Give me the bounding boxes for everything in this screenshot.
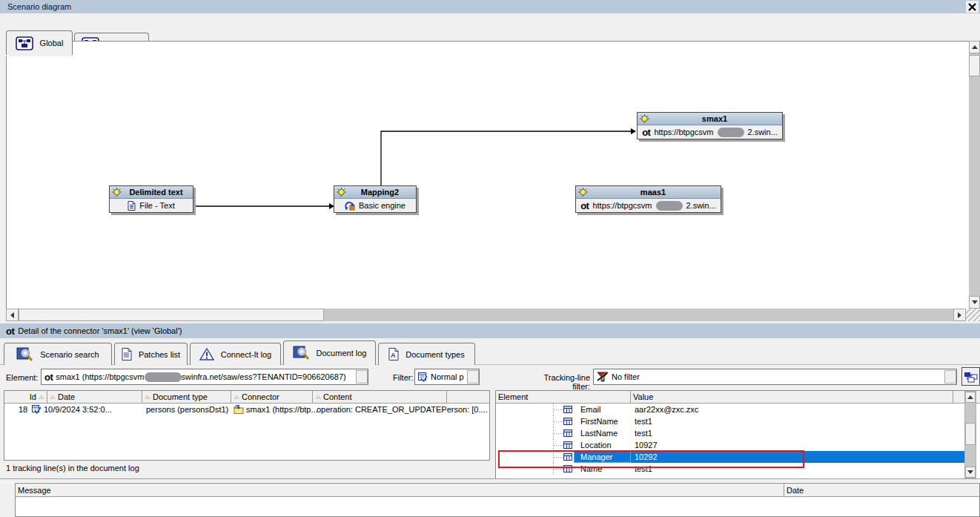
scroll-down-button[interactable] [965, 467, 976, 478]
node-mapping2[interactable]: Mapping2 Basic engine [334, 185, 417, 213]
filter-label: Filter: [393, 373, 414, 382]
scroll-right-button[interactable] [953, 309, 966, 321]
cell-document-type: persons (personsDst1) [146, 405, 228, 414]
column-header-id[interactable]: Id [4, 391, 47, 403]
filter-combobox[interactable]: Normal proces [414, 369, 480, 385]
element-table-scrollbar[interactable] [964, 391, 976, 478]
horizontal-scroll-thumb[interactable] [19, 309, 324, 321]
tab-document-types[interactable]: A Document types [378, 343, 475, 365]
window-titlebar: Scenario diagram [0, 0, 980, 13]
detail-header-bar: ot Detail of the connector 'smax1' (view… [0, 323, 980, 338]
close-icon [968, 3, 976, 11]
node-url-prefix: https://btpgcsvm [592, 201, 652, 210]
tab-label: Document types [405, 350, 464, 359]
close-button[interactable] [966, 1, 979, 13]
filter-value: Normal proces [431, 372, 464, 381]
column-header-value[interactable]: Value [631, 391, 953, 403]
warning-icon [199, 348, 214, 360]
column-header-content[interactable]: Content [313, 391, 447, 403]
field-grid-icon [563, 406, 572, 413]
tracking-filter-value: No filter [612, 372, 640, 381]
tab-global[interactable]: Global [6, 30, 73, 55]
scenario-canvas[interactable]: Delimited text File - Text Mapping2 [6, 41, 969, 309]
element-value-suffix: swinfra.net/saw/ess?TENANTID=906620687) [182, 372, 346, 381]
node-subtitle: File - Text [139, 201, 174, 210]
sort-icon [50, 395, 56, 399]
cell-date: 10/9/2024 3:52:0... [44, 405, 112, 414]
column-header-element[interactable]: Element [496, 391, 631, 403]
node-delimited-text[interactable]: Delimited text File - Text [109, 185, 193, 213]
no-filter-icon [597, 372, 609, 382]
tab-patches-list[interactable]: Patches list [114, 343, 188, 365]
document-log-header: Id Date Document type Connector Content [4, 391, 489, 404]
scroll-up-button[interactable] [965, 392, 976, 403]
node-url-suffix: 2.swin... [748, 128, 778, 136]
opentext-logo: ot [580, 201, 589, 211]
element-combobox[interactable]: ot smax1 (https://btpgcsvmswinfra.net/sa… [41, 369, 368, 385]
document-log-table[interactable]: Id Date Document type Connector Content … [4, 390, 490, 461]
node-title: maas1 [588, 188, 718, 197]
node-title: Delimited text [122, 188, 191, 197]
scroll-up-button[interactable] [969, 41, 980, 53]
lightbulb-icon [640, 114, 649, 124]
resize-grip[interactable] [966, 309, 980, 321]
connector-arrows [7, 42, 970, 309]
dropdown-arrow[interactable] [356, 370, 368, 383]
canvas-horizontal-scrollbar[interactable] [6, 309, 966, 321]
search-icon [293, 346, 310, 360]
annotation-highlight-rectangle [498, 450, 804, 468]
element-row-email[interactable]: Email aar22xx@zxc.zxc [496, 404, 965, 415]
scroll-down-button[interactable] [969, 296, 980, 309]
node-title: Mapping2 [346, 188, 414, 197]
cell-connector: smax1 (https://btp... [246, 405, 318, 414]
tab-label: Scenario search [40, 350, 99, 359]
vertical-scroll-thumb[interactable] [969, 55, 980, 76]
lightbulb-icon [578, 188, 588, 197]
scroll-left-button[interactable] [6, 309, 19, 321]
tab-label: Connect-It log [221, 350, 271, 359]
detail-title: Detail of the connector 'smax1' (view 'G… [18, 326, 182, 335]
cell-content: operation: CREATE_OR_UPDATEPerson: [0...… [317, 405, 488, 414]
document-log-status: 1 tracking line(s) in the document log [6, 464, 139, 472]
redaction-blob [718, 128, 744, 137]
column-header-document-type[interactable]: Document type [142, 391, 231, 403]
tab-label: Document log [317, 349, 367, 358]
element-row-location[interactable]: Location 10927 [496, 439, 965, 451]
element-row-lastname[interactable]: LastName test1 [496, 427, 965, 439]
detail-tabbar: Scenario search Patches list Connect-It … [0, 338, 980, 365]
message-panel[interactable]: Message Date [15, 483, 980, 517]
column-header-message[interactable]: Message [16, 484, 784, 496]
basic-engine-icon [345, 201, 355, 211]
document-icon [122, 348, 132, 360]
tracking-line-icon [32, 405, 42, 414]
folder-arrow-icon [234, 405, 244, 414]
tab-document-log[interactable]: Document log [283, 340, 376, 365]
opentext-logo: ot [44, 372, 53, 382]
column-header-connector[interactable]: Connector [231, 391, 313, 403]
node-smax1[interactable]: smax1 ot https://btpgcsvm2.swin... [637, 112, 783, 139]
element-row-firstname[interactable]: FirstName test1 [496, 415, 965, 427]
opentext-logo: ot [642, 128, 650, 137]
svg-text:A: A [391, 352, 396, 359]
filter-form-icon [418, 372, 428, 382]
tab-scenario-search[interactable]: Scenario search [4, 343, 112, 365]
column-header-date[interactable]: Date [784, 484, 979, 496]
cell-id: 18 [19, 405, 27, 414]
tracking-lines-button[interactable] [961, 367, 980, 386]
column-header-date[interactable]: Date [47, 391, 142, 403]
node-url-suffix: 2.swin... [686, 201, 716, 210]
document-log-row[interactable]: 18 10/9/2024 3:52:0... persons (personsD… [4, 404, 489, 415]
canvas-vertical-scrollbar[interactable] [969, 41, 980, 309]
diagram-tabbar: Global Exception [0, 13, 980, 42]
tracking-lines-icon [964, 371, 978, 383]
element-value-prefix: smax1 (https://btpgcsvm [56, 372, 144, 381]
opentext-logo: ot [6, 326, 14, 336]
dropdown-arrow[interactable] [944, 370, 956, 383]
tracking-filter-combobox[interactable]: No filter [593, 369, 957, 385]
tab-connectit-log[interactable]: Connect-It log [190, 343, 281, 365]
redaction-blob [145, 372, 182, 382]
dropdown-arrow[interactable] [467, 370, 479, 383]
sort-icon [315, 395, 321, 399]
vertical-scroll-thumb[interactable] [965, 423, 976, 445]
node-maas1[interactable]: maas1 ot https://btpgcsvm2.swin... [575, 185, 721, 213]
